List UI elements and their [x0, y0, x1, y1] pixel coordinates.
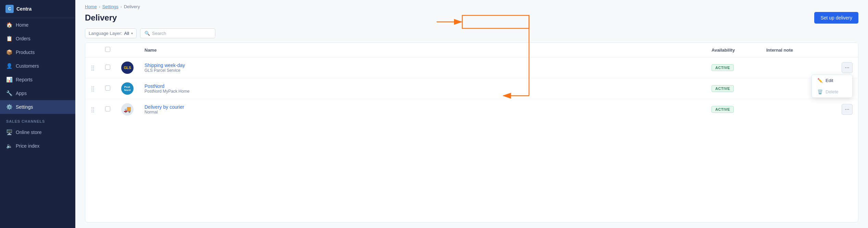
breadcrumb-settings[interactable]: Settings [102, 4, 118, 9]
delivery-name[interactable]: PostNord [144, 83, 189, 89]
sidebar-item-label: Price index [16, 143, 39, 149]
edit-label: Edit [826, 78, 833, 83]
row-checkbox[interactable] [105, 106, 110, 111]
table-row: ⣿ 🚚 Delive [85, 99, 858, 120]
delivery-info: Delivery by courier Normal [144, 104, 184, 115]
drag-handle-icon[interactable]: ⣿ [91, 86, 94, 92]
col-check [100, 43, 116, 57]
breadcrumb-chevron-1: › [99, 4, 100, 9]
name-cell: PostNord PostNord MyPack Home [139, 78, 706, 99]
logo-cell: PostNord [116, 78, 139, 99]
sidebar-item-price-index[interactable]: 🔈 Price index [0, 139, 75, 153]
availability-cell: ACTIVE [706, 78, 761, 99]
language-filter[interactable]: Language Layer: All ▾ [85, 28, 137, 38]
row-action-button[interactable]: ··· [842, 104, 853, 115]
row-checkbox[interactable] [105, 65, 110, 70]
select-all-checkbox[interactable] [105, 47, 110, 52]
col-availability: Availability [706, 43, 761, 57]
action-wrapper-1: ··· ✏️ Edit 🗑️ Delete [842, 62, 853, 73]
sidebar-item-online-store[interactable]: 🖥️ Online store [0, 125, 75, 139]
action-cell: ··· [836, 99, 858, 120]
sidebar-logo: C Centra [0, 0, 75, 18]
sidebar-item-label: Reports [16, 77, 33, 82]
availability-cell: ACTIVE [706, 57, 761, 78]
edit-icon: ✏️ [817, 78, 823, 83]
sidebar-item-label: Orders [16, 36, 30, 41]
language-value: All [124, 31, 129, 36]
note-cell [761, 99, 836, 120]
col-logo [116, 43, 139, 57]
logo-text: Centra [16, 6, 32, 12]
check-cell [100, 57, 116, 78]
status-badge: ACTIVE [712, 85, 734, 92]
col-name: Name [139, 43, 706, 57]
delete-icon: 🗑️ [817, 89, 823, 94]
check-cell [100, 78, 116, 99]
drag-handle-cell: ⣿ [85, 57, 100, 78]
delete-label: Delete [826, 89, 839, 94]
setup-delivery-button[interactable]: Set up delivery [814, 12, 858, 24]
gls-logo: GLS [121, 62, 134, 74]
postnord-logo: PostNord [121, 82, 134, 95]
orders-icon: 📋 [6, 36, 12, 42]
status-badge: ACTIVE [712, 64, 734, 71]
postnord-logo-text: PostNord [124, 85, 131, 92]
online-store-icon: 🖥️ [6, 129, 12, 135]
name-cell-inner: Delivery by courier Normal [144, 104, 701, 115]
courier-logo: 🚚 [121, 103, 134, 116]
sidebar-item-orders[interactable]: 📋 Orders [0, 32, 75, 45]
table-row: ⣿ PostNord [85, 78, 858, 99]
logo-cell: 🚚 [116, 99, 139, 120]
sidebar-item-reports[interactable]: 📊 Reports [0, 73, 75, 86]
name-cell: Delivery by courier Normal [139, 99, 706, 120]
logo-icon: C [5, 5, 14, 13]
sidebar-item-products[interactable]: 📦 Products [0, 45, 75, 59]
sidebar-item-label: Customers [16, 63, 39, 69]
delete-menu-item[interactable]: 🗑️ Delete [812, 86, 852, 97]
availability-cell: ACTIVE [706, 99, 761, 120]
check-cell [100, 99, 116, 120]
language-label: Language Layer: [89, 31, 122, 36]
breadcrumb-chevron-2: › [121, 4, 122, 9]
row-action-button[interactable]: ··· [842, 62, 853, 73]
delivery-name[interactable]: Delivery by courier [144, 104, 184, 110]
row-checkbox[interactable] [105, 85, 110, 91]
delivery-info: Shipping week-day GLS Parcel Service [144, 63, 185, 73]
delivery-table: Name Availability Internal note ⣿ [85, 43, 858, 120]
table-header-row: Name Availability Internal note [85, 43, 858, 57]
courier-icon: 🚚 [124, 106, 131, 113]
name-cell-inner: PostNord PostNord MyPack Home [144, 83, 701, 94]
settings-icon: ⚙️ [6, 104, 12, 110]
content-area: Delivery Set up delivery Language Layer:… [75, 9, 868, 228]
page-title: Delivery [85, 13, 117, 23]
products-icon: 📦 [6, 49, 12, 55]
edit-menu-item[interactable]: ✏️ Edit [812, 75, 852, 86]
delivery-subtitle: GLS Parcel Service [144, 68, 185, 73]
main-content: Home › Settings › Delivery Delivery Set … [75, 0, 868, 228]
reports-icon: 📊 [6, 77, 12, 83]
dropdown-menu: ✏️ Edit 🗑️ Delete [812, 75, 853, 98]
apps-icon: 🔧 [6, 90, 12, 96]
gls-logo-text: GLS [124, 66, 131, 70]
drag-handle-icon[interactable]: ⣿ [91, 65, 94, 71]
sidebar-item-customers[interactable]: 👤 Customers [0, 59, 75, 73]
delivery-subtitle: PostNord MyPack Home [144, 89, 189, 94]
status-badge: ACTIVE [712, 106, 734, 113]
search-box[interactable]: 🔍 Search [140, 28, 215, 38]
sidebar: C Centra 🏠 Home 📋 Orders 📦 Products 👤 Cu… [0, 0, 75, 228]
breadcrumb-home[interactable]: Home [85, 4, 97, 9]
breadcrumb: Home › Settings › Delivery [75, 0, 868, 9]
drag-handle-cell: ⣿ [85, 78, 100, 99]
drag-handle-icon[interactable]: ⣿ [91, 107, 94, 112]
search-placeholder: Search [152, 31, 166, 36]
delivery-info: PostNord PostNord MyPack Home [144, 83, 189, 94]
sidebar-item-home[interactable]: 🏠 Home [0, 18, 75, 32]
sidebar-item-label: Home [16, 22, 28, 28]
sales-channels-label: SALES CHANNELS [0, 114, 75, 125]
delivery-name[interactable]: Shipping week-day [144, 63, 185, 68]
sidebar-item-apps[interactable]: 🔧 Apps [0, 86, 75, 100]
sidebar-item-settings[interactable]: ⚙️ Settings [0, 100, 75, 114]
col-actions [836, 43, 858, 57]
search-icon: 🔍 [144, 31, 150, 36]
logo-cell: GLS [116, 57, 139, 78]
